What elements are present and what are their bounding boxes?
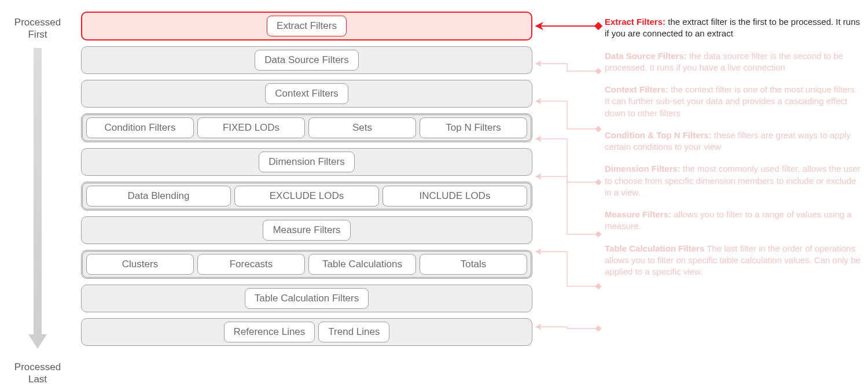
- axis-label-top: ProcessedFirst: [14, 16, 61, 41]
- pill-exclude-lods: EXCLUDE LODs: [234, 186, 379, 206]
- axis-arrow-down-icon: [26, 48, 49, 349]
- row-dimension: Dimension Filters: [81, 148, 532, 176]
- connector-line: [536, 252, 598, 286]
- pill-data-source-filters: Data Source Filters: [255, 50, 359, 71]
- note-title: Extract Filters:: [605, 17, 665, 27]
- row-extract: Extract Filters: [81, 12, 532, 40]
- note-condition-top-n-filters: Condition & Top N Filters: these filters…: [605, 130, 862, 153]
- pill-data-blending: Data Blending: [86, 186, 231, 206]
- row-blend: Data BlendingEXCLUDE LODsINCLUDE LODs: [81, 182, 532, 211]
- connector-line: [536, 64, 598, 71]
- row-ref: Reference LinesTrend Lines: [81, 318, 532, 346]
- pill-fixed-lods: FIXED LODs: [197, 117, 305, 138]
- row-tablecalc: Table Calculation Filters: [81, 285, 532, 312]
- row-measure: Measure Filters: [81, 216, 532, 244]
- pill-context-filters: Context Filters: [265, 83, 348, 104]
- pill-measure-filters: Measure Filters: [263, 220, 350, 241]
- note-title: Table Calculation Filters: [605, 244, 704, 253]
- note-table-calculation-filters: Table Calculation Filters The last filte…: [605, 243, 862, 278]
- note-extract-filters: Extract Filters: the extract filter is t…: [605, 16, 862, 40]
- pill-reference-lines: Reference Lines: [224, 322, 315, 342]
- pill-forecasts: Forecasts: [197, 254, 305, 275]
- note-title: Data Source Filters:: [605, 51, 687, 61]
- row-clusters: ClustersForecastsTable CalculationsTotal…: [81, 250, 532, 279]
- note-dimension-filters: Dimension Filters: the most commonly use…: [605, 163, 862, 198]
- pill-top-n-filters: Top N Filters: [420, 117, 527, 138]
- pill-extract-filters: Extract Filters: [267, 16, 347, 36]
- connector-line: [536, 101, 598, 129]
- connector-line: [536, 327, 598, 329]
- row-datasource: Data Source Filters: [81, 46, 532, 74]
- pill-include-lods: INCLUDE LODs: [382, 186, 527, 206]
- note-data-source-filters: Data Source Filters: the data source fil…: [605, 50, 862, 74]
- note-title: Condition & Top N Filters:: [605, 130, 712, 140]
- pill-totals: Totals: [420, 254, 527, 275]
- connector-line: [536, 176, 598, 234]
- svg-marker-1: [28, 334, 47, 349]
- filter-notes-column: Extract Filters: the extract filter is t…: [605, 16, 862, 288]
- pill-sets: Sets: [308, 117, 416, 138]
- axis-label-bottom: ProcessedLast: [14, 361, 61, 386]
- pill-dimension-filters: Dimension Filters: [259, 152, 354, 172]
- row-cond: Condition FiltersFIXED LODsSetsTop N Fil…: [81, 113, 532, 142]
- note-title: Measure Filters:: [605, 209, 671, 219]
- row-context: Context Filters: [81, 80, 532, 108]
- pill-table-calculation-filters: Table Calculation Filters: [245, 288, 369, 309]
- pill-condition-filters: Condition Filters: [86, 117, 194, 138]
- filter-order-stack: Extract FiltersData Source FiltersContex…: [81, 12, 532, 346]
- note-title: Context Filters:: [605, 84, 668, 94]
- pill-trend-lines: Trend Lines: [318, 322, 389, 342]
- pill-clusters: Clusters: [86, 254, 194, 275]
- connector-line: [536, 139, 598, 182]
- pill-table-calculations: Table Calculations: [308, 254, 416, 275]
- note-measure-filters: Measure Filters: allows you to filter to…: [605, 209, 862, 233]
- processing-order-axis: ProcessedFirst ProcessedLast: [0, 0, 75, 391]
- svg-rect-0: [34, 48, 42, 334]
- note-context-filters: Context Filters: the context filter is o…: [605, 84, 862, 119]
- note-title: Dimension Filters:: [605, 164, 681, 174]
